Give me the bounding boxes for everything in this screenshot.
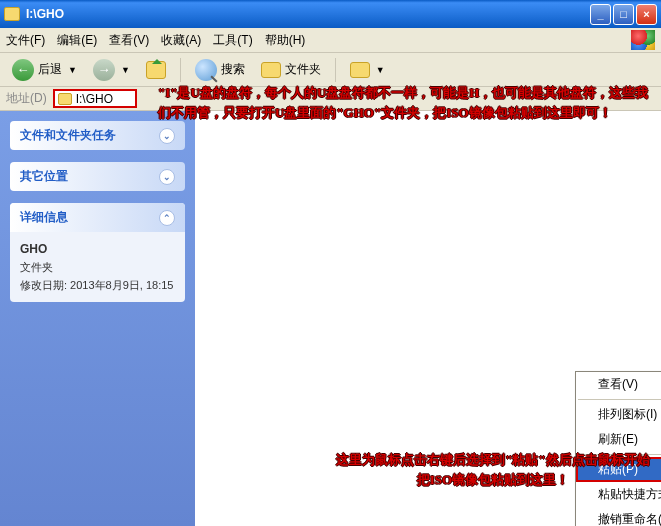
window-buttons: _ □ ×: [590, 4, 657, 25]
up-folder-icon: [146, 61, 166, 79]
folders-icon: [261, 62, 281, 78]
separator: [335, 58, 336, 82]
panel-title: 其它位置: [20, 168, 68, 185]
address-label: 地址(D): [6, 90, 47, 107]
annotation-bottom: 这里为鼠标点击右键后选择到"粘贴"然后点击鼠标开始把ISO镜像包粘贴到这里！: [330, 450, 656, 489]
chevron-down-icon: ⌄: [159, 128, 175, 144]
toolbar: ← 后退 ▼ → ▼ 搜索 文件夹 ▼: [0, 53, 661, 87]
views-icon: [350, 62, 370, 78]
folder-icon: [4, 7, 20, 21]
menu-help[interactable]: 帮助(H): [265, 32, 306, 49]
search-label: 搜索: [221, 61, 245, 78]
up-button[interactable]: [140, 59, 172, 81]
details-type: 文件夹: [20, 259, 175, 277]
menu-edit[interactable]: 编辑(E): [57, 32, 97, 49]
panel-title: 详细信息: [20, 209, 68, 226]
chevron-up-icon: ⌃: [159, 210, 175, 226]
sidebar-panel-details: 详细信息 ⌃ GHO 文件夹 修改日期: 2013年8月9日, 18:15: [10, 203, 185, 302]
panel-title: 文件和文件夹任务: [20, 127, 116, 144]
search-button[interactable]: 搜索: [189, 57, 251, 83]
ctx-view[interactable]: 查看(V) ▶: [576, 372, 661, 397]
chevron-down-icon: ▼: [68, 65, 77, 75]
windows-logo-icon: [631, 30, 655, 50]
back-button[interactable]: ← 后退 ▼: [6, 57, 83, 83]
panel-header[interactable]: 文件和文件夹任务 ⌄: [10, 121, 185, 150]
window-title: I:\GHO: [26, 7, 590, 21]
forward-button[interactable]: → ▼: [87, 57, 136, 83]
details-date: 修改日期: 2013年8月9日, 18:15: [20, 277, 175, 295]
details-name: GHO: [20, 240, 175, 259]
sidebar-panel-tasks: 文件和文件夹任务 ⌄: [10, 121, 185, 150]
maximize-button[interactable]: □: [613, 4, 634, 25]
menu-tools[interactable]: 工具(T): [213, 32, 252, 49]
chevron-down-icon: ▼: [121, 65, 130, 75]
back-arrow-icon: ←: [12, 59, 34, 81]
sidebar-panel-other: 其它位置 ⌄: [10, 162, 185, 191]
forward-arrow-icon: →: [93, 59, 115, 81]
ctx-arrange[interactable]: 排列图标(I) ▶: [576, 402, 661, 427]
chevron-down-icon: ▼: [376, 65, 385, 75]
separator: [180, 58, 181, 82]
ctx-label: 查看(V): [598, 376, 638, 393]
panel-body: GHO 文件夹 修改日期: 2013年8月9日, 18:15: [10, 232, 185, 302]
minimize-button[interactable]: _: [590, 4, 611, 25]
address-input[interactable]: I:\GHO: [53, 89, 137, 108]
close-button[interactable]: ×: [636, 4, 657, 25]
folders-button[interactable]: 文件夹: [255, 59, 327, 80]
ctx-label: 排列图标(I): [598, 406, 657, 423]
context-menu: 查看(V) ▶ 排列图标(I) ▶ 刷新(E) 粘贴(P) 粘贴快捷方式(S) …: [575, 371, 661, 526]
menu-file[interactable]: 文件(F): [6, 32, 45, 49]
separator: [578, 399, 661, 400]
folder-icon: [58, 93, 72, 105]
sidebar: 文件和文件夹任务 ⌄ 其它位置 ⌄ 详细信息 ⌃ GHO 文件夹 修改日期: 2…: [0, 111, 195, 526]
ctx-label: 刷新(E): [598, 431, 638, 448]
chevron-down-icon: ⌄: [159, 169, 175, 185]
ctx-label: 撤销重命名(U): [598, 511, 661, 526]
panel-header[interactable]: 详细信息 ⌃: [10, 203, 185, 232]
ctx-undo-rename[interactable]: 撤销重命名(U) Ctrl+Z: [576, 507, 661, 526]
views-button[interactable]: ▼: [344, 60, 391, 80]
menu-bar: 文件(F) 编辑(E) 查看(V) 收藏(A) 工具(T) 帮助(H): [0, 28, 661, 53]
folders-label: 文件夹: [285, 61, 321, 78]
ctx-refresh[interactable]: 刷新(E): [576, 427, 661, 452]
back-label: 后退: [38, 61, 62, 78]
title-bar: I:\GHO _ □ ×: [0, 0, 661, 28]
menu-favorites[interactable]: 收藏(A): [161, 32, 201, 49]
menu-view[interactable]: 查看(V): [109, 32, 149, 49]
address-value: I:\GHO: [76, 92, 113, 106]
panel-header[interactable]: 其它位置 ⌄: [10, 162, 185, 191]
annotation-top: "I"是U盘的盘符，每个人的U盘盘符都不一样，可能是H，也可能是其他盘符，这些我…: [158, 83, 658, 122]
search-icon: [195, 59, 217, 81]
